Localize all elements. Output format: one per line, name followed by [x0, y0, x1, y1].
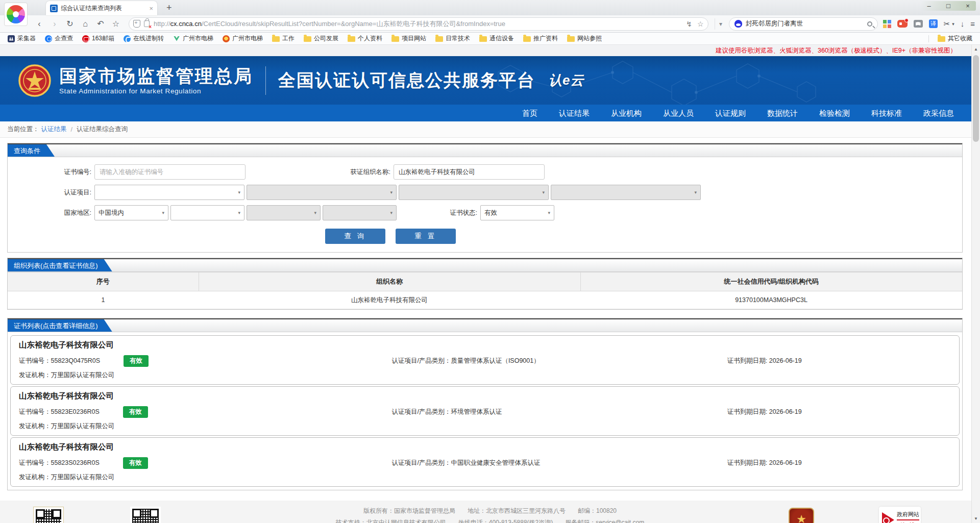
address-bar[interactable]: http://cx.cnca.cn/CertECloud/result/skip… — [129, 17, 708, 31]
screenshot-scissors-icon[interactable]: ✂ — [944, 19, 950, 29]
nav-statistics[interactable]: 数据统计 — [756, 105, 808, 121]
chevron-down-icon: ▾ — [162, 210, 164, 215]
bookmark-163mail[interactable]: 163邮箱 — [79, 33, 118, 44]
project-select-1[interactable]: ▾ — [94, 185, 244, 200]
favorites-button[interactable]: ☆ — [109, 17, 122, 31]
home-button[interactable]: ⌂ — [79, 17, 92, 31]
reset-button[interactable]: 重 置 — [396, 229, 456, 244]
close-window-button[interactable]: × — [964, 2, 972, 10]
breadcrumb-link[interactable]: 认证结果 — [41, 125, 67, 134]
region-select-2[interactable]: ▾ — [170, 205, 244, 220]
bookmark-caijiqi[interactable]: 采集器 — [4, 33, 39, 44]
browser-logo[interactable] — [4, 3, 28, 26]
forward-button[interactable]: › — [48, 17, 61, 31]
menu-icon[interactable]: ≡ — [970, 19, 975, 28]
urlbar-dropdown-icon[interactable]: ▾ — [715, 18, 727, 30]
search-suggestion[interactable]: 封死邻居房门者离世 — [746, 19, 864, 28]
status-select[interactable]: 有效▾ — [480, 205, 554, 220]
nav-rules[interactable]: 认证规则 — [704, 105, 756, 121]
cert-card[interactable]: 山东裕乾电子科技有限公司 证书编号：55823Q0475R0S 有效 认证项目/… — [10, 335, 960, 385]
bookmark-folder-work[interactable]: 工作 — [268, 33, 298, 44]
search-icon[interactable] — [867, 21, 872, 27]
chevron-down-icon: ▾ — [548, 210, 550, 215]
translate-icon[interactable]: 译 — [929, 19, 938, 28]
bookmark-folder-tech[interactable]: 日常技术 — [432, 33, 474, 44]
scrollbar-thumb[interactable] — [973, 55, 979, 142]
org-name-input[interactable] — [394, 164, 545, 180]
url-text[interactable]: http://cx.cnca.cn/CertECloud/result/skip… — [154, 19, 686, 29]
cert-no-input[interactable] — [94, 164, 246, 180]
gov-site-find-error-badge[interactable]: 政府网站 找 错 — [879, 507, 921, 523]
games-icon[interactable] — [897, 20, 908, 28]
site-footer: 版权所有：国家市场监督管理总局 地址：北京市西城区三里河东路八号 邮编：1008… — [0, 501, 980, 523]
nav-cert-results[interactable]: 认证结果 — [548, 105, 600, 121]
back-button[interactable]: ‹ — [33, 17, 46, 31]
footer-copyright: 版权所有：国家市场监督管理总局 地址：北京市西城区三里河东路八号 邮编：1008… — [336, 505, 644, 517]
reading-list-icon[interactable] — [914, 20, 923, 28]
nav-procurement[interactable]: 政采信息 — [913, 105, 965, 121]
nav-personnel[interactable]: 从业人员 — [652, 105, 704, 121]
scroll-down-icon[interactable]: ▼ — [972, 514, 980, 523]
insecure-page-icon[interactable] — [144, 20, 150, 27]
page-scrollbar[interactable]: ▲ ▼ — [971, 45, 980, 523]
issuer-value: 万里国际认证有限公司 — [51, 474, 115, 481]
browser-tab[interactable]: 综合认证结果查询列表 × — [46, 1, 157, 15]
bookmark-qichacha[interactable]: 企查查 — [41, 33, 77, 44]
nav-standards[interactable]: 科技标准 — [861, 105, 913, 121]
cell-index: 1 — [8, 291, 199, 309]
bookmark-star-icon[interactable]: ☆ — [697, 20, 704, 28]
bookmark-elevator-2[interactable]: 广州市电梯 — [219, 33, 266, 44]
refresh-button[interactable]: ↻ — [63, 17, 77, 31]
cert-card[interactable]: 山东裕乾电子科技有限公司 证书编号：55823E0236R0S 有效 认证项目/… — [10, 386, 960, 436]
site-org-title: 国家市场监督管理总局 — [59, 66, 253, 86]
region-select-3[interactable]: ▾ — [247, 205, 321, 220]
minimize-button[interactable]: – — [925, 2, 933, 10]
new-tab-button[interactable]: + — [163, 3, 175, 15]
bookmark-converter[interactable]: 在线进制转 — [120, 33, 167, 44]
reader-lightning-icon[interactable]: ↯ — [686, 20, 692, 28]
maximize-button[interactable]: □ — [944, 2, 952, 10]
table-row[interactable]: 1 山东裕乾电子科技有限公司 91370100MA3MGHPC3L — [8, 291, 962, 309]
status-badge: 有效 — [123, 406, 148, 418]
project-select-4[interactable]: ▾ — [551, 185, 701, 200]
project-select-2[interactable]: ▾ — [247, 185, 397, 200]
status-label: 证书状态: — [399, 209, 480, 217]
bookmark-folder-projects[interactable]: 项目网站 — [388, 33, 430, 44]
apps-grid-icon[interactable] — [883, 20, 891, 28]
renyiyun-logo: 认e云 — [549, 71, 584, 89]
scissors-dropdown-icon[interactable]: ▾ — [952, 21, 954, 27]
site-org-subtitle: State Administration for Market Regulati… — [59, 87, 253, 95]
window-controls: – □ × — [921, 1, 976, 11]
region-select-4[interactable]: ▾ — [323, 205, 397, 220]
project-select-3[interactable]: ▾ — [399, 185, 549, 200]
bookmark-folder-promo[interactable]: 推广资料 — [520, 33, 561, 44]
scroll-up-icon[interactable]: ▲ — [972, 45, 980, 54]
region-select-1[interactable]: 中国境内▾ — [94, 205, 168, 220]
gov-agency-badge[interactable]: ★ 党政机关 — [789, 508, 814, 523]
bookmark-folder-reference[interactable]: 网站参照 — [564, 33, 605, 44]
adblock-shield-icon[interactable] — [133, 20, 140, 28]
bookmark-folder-personal[interactable]: 个人资料 — [344, 33, 386, 44]
undo-close-button[interactable]: ↶ — [94, 17, 107, 31]
cert-list-section: 证书列表(点击查看详细信息) 山东裕乾电子科技有限公司 证书编号：55823Q0… — [7, 318, 963, 490]
query-section-tab: 查询条件 — [8, 144, 55, 157]
breadcrumb: 当前位置： 认证结果 / 认证结果综合查询 — [0, 121, 980, 138]
tab-close-icon[interactable]: × — [149, 5, 153, 12]
bookmark-elevator-1[interactable]: 广州市电梯 — [169, 33, 217, 44]
bookmark-folder-company[interactable]: 公司发展 — [300, 33, 342, 44]
cert-card[interactable]: 山东裕乾电子科技有限公司 证书编号：55823S0236R0S 有效 认证项目/… — [10, 437, 960, 487]
downloads-icon[interactable]: ↓ — [961, 19, 965, 28]
nav-institutions[interactable]: 从业机构 — [600, 105, 652, 121]
nav-inspection[interactable]: 检验检测 — [808, 105, 861, 121]
search-box[interactable]: 封死邻居房门者离世 — [729, 17, 878, 31]
col-header-index: 序号 — [8, 272, 199, 291]
other-bookmarks[interactable]: 其它收藏 — [934, 33, 976, 44]
folder-icon — [479, 36, 487, 42]
nav-home[interactable]: 首页 — [511, 105, 548, 121]
bookmark-folder-telecom[interactable]: 通信设备 — [476, 33, 518, 44]
cert-no-value: 55823S0236R0S — [51, 459, 100, 466]
search-button[interactable]: 查 询 — [325, 229, 385, 244]
collector-icon — [8, 35, 15, 42]
gov-star-icon: ★ — [796, 514, 806, 523]
org-table: 序号 组织名称 统一社会信用代码/组织机构代码 1 山东裕乾电子科技有限公司 9… — [8, 272, 962, 309]
